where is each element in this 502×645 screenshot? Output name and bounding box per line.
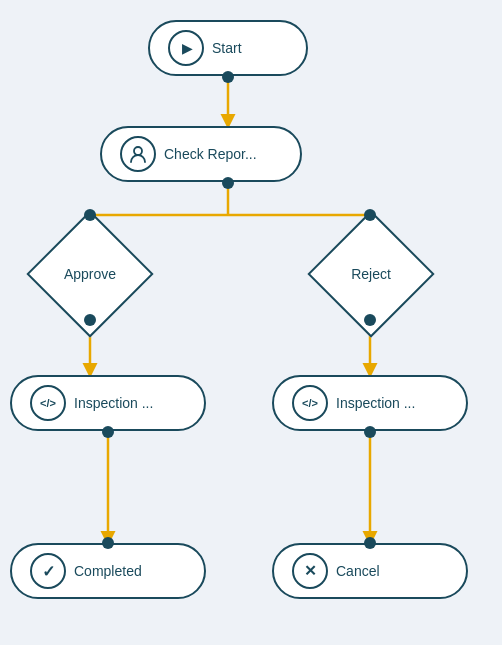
connector-dot-5 [84,314,96,326]
code-right-icon: </> [292,385,328,421]
connector-dot-2 [222,177,234,189]
inspection-left-node[interactable]: </> Inspection ... [10,375,206,431]
check-icon: ✓ [30,553,66,589]
reject-label: Reject [351,266,391,282]
cancel-label: Cancel [336,563,380,579]
approve-label: Approve [64,266,116,282]
connector-dot-1 [222,71,234,83]
cross-icon: ✕ [292,553,328,589]
connector-dot-3 [84,209,96,221]
start-label: Start [212,40,242,56]
approve-node[interactable]: Approve [44,228,136,320]
connector-dot-9 [102,537,114,549]
code-left-icon: </> [30,385,66,421]
check-report-label: Check Repor... [164,146,257,162]
reject-node[interactable]: Reject [325,228,417,320]
connector-dot-6 [364,314,376,326]
inspection-right-label: Inspection ... [336,395,415,411]
cancel-node[interactable]: ✕ Cancel [272,543,468,599]
play-icon: ▶ [168,30,204,66]
flowchart-canvas: ▶ Start Check Repor... Approve [0,0,502,645]
completed-label: Completed [74,563,142,579]
connector-dot-4 [364,209,376,221]
check-report-node[interactable]: Check Repor... [100,126,302,182]
inspection-left-label: Inspection ... [74,395,153,411]
connector-dot-8 [364,426,376,438]
inspection-right-node[interactable]: </> Inspection ... [272,375,468,431]
start-node[interactable]: ▶ Start [148,20,308,76]
svg-point-10 [134,147,142,155]
person-icon [120,136,156,172]
completed-node[interactable]: ✓ Completed [10,543,206,599]
connector-dot-7 [102,426,114,438]
connector-dot-10 [364,537,376,549]
